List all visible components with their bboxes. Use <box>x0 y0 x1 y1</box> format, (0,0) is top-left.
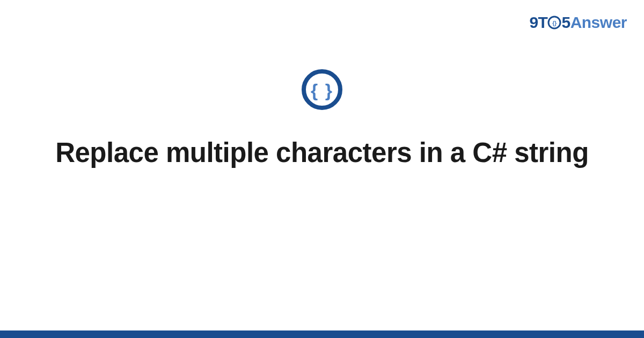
footer-accent-bar <box>0 330 644 338</box>
brand-part-t: T <box>538 13 548 31</box>
brand-o-icon: {} <box>547 16 561 30</box>
code-braces-icon: { } <box>301 69 343 113</box>
svg-text:{ }: { } <box>311 80 333 100</box>
svg-text:{}: {} <box>553 20 558 26</box>
brand-part-answer: Answer <box>570 13 627 31</box>
brand-logo: 9T{}5Answer <box>529 13 627 32</box>
page-title: Replace multiple characters in a C# stri… <box>54 135 590 170</box>
brand-part-nine: 9 <box>529 13 538 31</box>
brand-part-five: 5 <box>561 13 570 31</box>
